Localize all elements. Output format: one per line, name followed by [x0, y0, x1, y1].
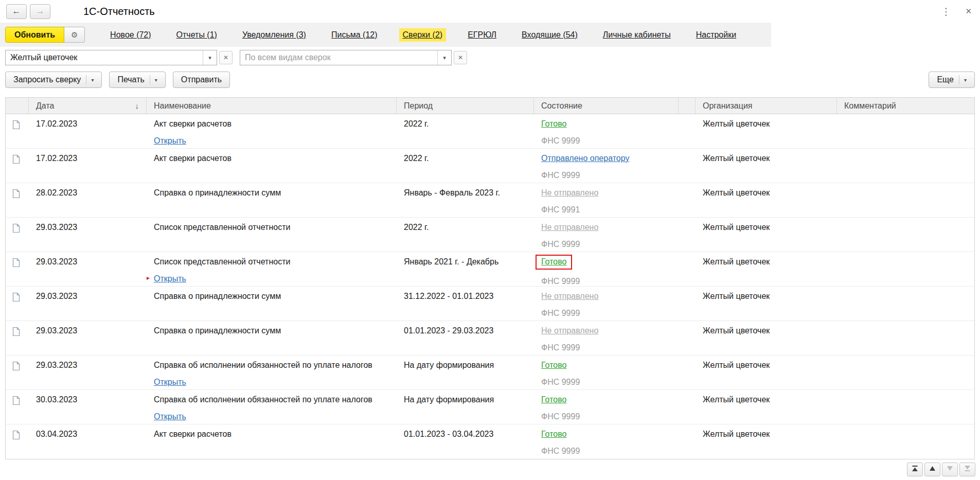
tab-label: Настройки: [696, 30, 736, 39]
tab-label: Сверки (2): [403, 30, 443, 39]
kind-filter-dropdown-button[interactable]: ▾: [437, 50, 451, 65]
row-flag-cell: [679, 355, 696, 389]
table-row[interactable]: 29.03.2023 Список представленной отчетно…: [6, 252, 974, 287]
status-link[interactable]: Не отправлено: [541, 292, 598, 300]
column-header-organization[interactable]: Организация: [696, 98, 837, 114]
table-row[interactable]: 17.02.2023 Акт сверки расчетов Открыть 2…: [6, 114, 974, 149]
more-button[interactable]: Еще▾: [929, 72, 975, 88]
column-header-name[interactable]: Наименование: [147, 98, 397, 114]
open-link[interactable]: Открыть: [154, 378, 186, 386]
back-button[interactable]: ←: [6, 4, 27, 19]
print-button[interactable]: Печать▾: [109, 72, 165, 88]
tabs-container: Новое (72)Отчеты (1)Уведомления (3)Письм…: [106, 28, 758, 42]
forward-button[interactable]: →: [30, 4, 50, 19]
status-link[interactable]: Готово: [536, 255, 572, 270]
row-authority: ФНС 9999: [541, 412, 671, 422]
tab-item[interactable]: Отчеты (1): [173, 28, 221, 42]
close-icon: ✕: [458, 54, 463, 61]
column-header-comment[interactable]: Комментарий: [837, 98, 974, 114]
tab-item[interactable]: Входящие (54): [518, 28, 581, 42]
tab-item[interactable]: Уведомления (3): [239, 28, 310, 42]
row-organization: Желтый цветочек: [703, 153, 830, 164]
document-icon: [12, 398, 20, 407]
row-authority: ФНС 9999: [541, 136, 671, 146]
row-authority: ФНС 9991: [541, 205, 671, 215]
table-row[interactable]: 29.03.2023 Справка о принадлежности сумм…: [6, 321, 974, 355]
table-body: 17.02.2023 Акт сверки расчетов Открыть 2…: [6, 114, 974, 459]
chevron-down-icon: ▾: [443, 55, 446, 61]
organization-filter-input[interactable]: [6, 50, 203, 65]
close-icon[interactable]: ✕: [965, 7, 972, 16]
document-icon: [12, 295, 20, 304]
open-link[interactable]: Открыть: [154, 274, 186, 283]
document-icon: [12, 329, 20, 338]
kind-filter-input[interactable]: [240, 50, 437, 65]
row-flag-cell: [679, 424, 696, 459]
organization-filter-dropdown-button[interactable]: ▾: [203, 50, 217, 65]
title-bar: ← → 1С-Отчетность ⋮ ✕: [0, 0, 980, 23]
row-authority: ФНС 9999: [541, 308, 671, 318]
row-flag-cell: [679, 149, 696, 183]
row-period: 31.12.2022 - 01.01.2023: [404, 291, 527, 301]
chevron-down-icon: ▾: [959, 75, 967, 84]
scroll-up-button[interactable]: [924, 463, 940, 476]
tab-item[interactable]: Письма (12): [328, 28, 381, 42]
row-organization: Желтый цветочек: [703, 222, 830, 233]
table-row[interactable]: 30.03.2023 Справка об исполнении обязанн…: [6, 390, 974, 424]
kebab-menu-icon[interactable]: ⋮: [941, 6, 951, 17]
row-period: 2022 г.: [404, 119, 527, 129]
column-header-date[interactable]: Дата↓: [29, 98, 147, 114]
column-header-period[interactable]: Период: [397, 98, 534, 114]
open-link[interactable]: Открыть: [154, 136, 186, 145]
status-link[interactable]: Отправлено оператору: [541, 154, 629, 163]
tab-label: Новое (72): [110, 30, 151, 39]
row-authority: ФНС 9999: [541, 377, 671, 387]
tab-item[interactable]: Новое (72): [106, 28, 154, 42]
tab-item[interactable]: Личные кабинеты: [599, 28, 674, 42]
status-link[interactable]: Не отправлено: [541, 188, 598, 197]
send-button[interactable]: Отправить: [173, 72, 230, 88]
row-name: Акт сверки расчетов: [154, 119, 389, 129]
gear-icon: ⚙: [71, 30, 78, 40]
chevron-down-icon: ▾: [208, 55, 211, 61]
row-date: 29.03.2023: [36, 360, 139, 370]
organization-filter-clear-button[interactable]: ✕: [219, 51, 233, 64]
tab-label: Отчеты (1): [176, 30, 217, 39]
refresh-settings-button[interactable]: ⚙: [64, 27, 85, 43]
scroll-to-bottom-button[interactable]: [959, 463, 975, 476]
status-link[interactable]: Готово: [541, 119, 566, 128]
row-authority: ФНС 9999: [541, 446, 671, 456]
status-link[interactable]: Не отправлено: [541, 223, 598, 232]
status-link[interactable]: Не отправлено: [541, 326, 598, 335]
refresh-button[interactable]: Обновить: [5, 27, 64, 43]
scroll-to-top-icon: [912, 465, 918, 474]
status-link[interactable]: Готово: [541, 361, 566, 369]
table-row[interactable]: 29.03.2023 Справка о принадлежности сумм…: [6, 287, 974, 321]
row-name: Справка о принадлежности сумм: [154, 326, 389, 336]
row-organization: Желтый цветочек: [703, 326, 830, 336]
table-row[interactable]: 29.03.2023 Список представленной отчетно…: [6, 218, 974, 252]
table-row[interactable]: 03.04.2023 Акт сверки расчетов 01.01.202…: [6, 424, 974, 459]
status-link[interactable]: Готово: [541, 395, 566, 404]
column-header-status[interactable]: Состояние: [534, 98, 679, 114]
status-link[interactable]: Готово: [541, 430, 566, 438]
row-organization: Желтый цветочек: [703, 119, 830, 129]
table-row[interactable]: 29.03.2023 Справка об исполнении обязанн…: [6, 355, 974, 390]
tab-item[interactable]: Настройки: [692, 28, 740, 42]
document-icon: [12, 364, 20, 372]
table-row[interactable]: 28.02.2023 Справка о принадлежности сумм…: [6, 183, 974, 218]
table-row[interactable]: 17.02.2023 Акт сверки расчетов 2022 г. О…: [6, 149, 974, 183]
bottom-bar: [0, 459, 980, 479]
kind-filter-clear-button[interactable]: ✕: [454, 51, 467, 64]
row-authority: ФНС 9999: [541, 170, 671, 181]
scroll-to-top-button[interactable]: [907, 463, 923, 476]
sort-descending-icon: ↓: [131, 101, 139, 110]
tab-item[interactable]: ЕГРЮЛ: [464, 28, 500, 42]
row-organization: Желтый цветочек: [703, 395, 830, 405]
tab-item[interactable]: Сверки (2): [399, 28, 447, 42]
tab-label: ЕГРЮЛ: [468, 30, 496, 39]
open-link[interactable]: Открыть: [154, 412, 186, 421]
scroll-down-button[interactable]: [942, 463, 958, 476]
forward-arrow-icon: →: [36, 6, 45, 16]
request-verification-button[interactable]: Запросить сверку▾: [5, 72, 102, 88]
